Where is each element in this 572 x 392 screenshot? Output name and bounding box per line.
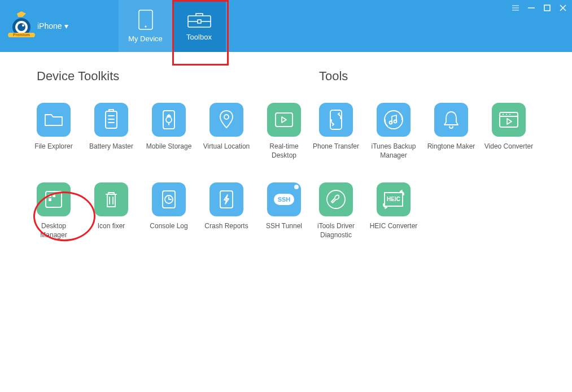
- tab-toolbox[interactable]: Toolbox: [172, 0, 226, 52]
- tile-label: Console Log: [150, 222, 187, 231]
- tile-label: Video Converter: [483, 142, 534, 151]
- svg-point-44: [506, 114, 507, 115]
- clock-doc-icon: [152, 182, 186, 216]
- svg-rect-37: [330, 110, 342, 129]
- svg-rect-18: [109, 110, 113, 111]
- svg-text:SSH: SSH: [278, 196, 291, 203]
- svg-point-45: [509, 114, 510, 115]
- device-name: iPhone: [37, 21, 62, 31]
- svg-rect-14: [544, 5, 550, 11]
- toolbox-icon: [187, 11, 212, 28]
- device-selector[interactable]: iPhone ▾: [37, 21, 68, 31]
- tile-label: Virtual Location: [203, 142, 250, 151]
- tile-label: iTunes Backup Manager: [368, 142, 419, 160]
- trash-icon: [94, 182, 128, 216]
- svg-rect-25: [276, 113, 292, 127]
- tile-label: Ringtone Maker: [427, 142, 475, 151]
- music-sync-icon: [377, 103, 411, 137]
- svg-rect-17: [106, 111, 117, 128]
- heic-icon: HEIC: [377, 182, 411, 216]
- svg-rect-9: [198, 20, 201, 23]
- maximize-icon[interactable]: [543, 3, 552, 12]
- section-device-toolkits: Device Toolkits File ExplorerBattery Mas…: [0, 69, 313, 239]
- battery-icon: [94, 103, 128, 137]
- svg-point-3: [22, 24, 24, 27]
- tile-console-log[interactable]: Console Log: [152, 182, 186, 239]
- svg-rect-27: [49, 194, 51, 197]
- tab-my-device[interactable]: My Device: [119, 0, 172, 52]
- tile-label: Real-time Desktop: [259, 142, 309, 160]
- tile-label: iTools Driver Diagnostic: [311, 222, 361, 239]
- tile-battery-master[interactable]: Battery Master: [94, 103, 128, 160]
- tile-real-time-desktop[interactable]: Real-time Desktop: [267, 103, 301, 160]
- toolkits-grid: File ExplorerBattery MasterMobile Storag…: [37, 103, 313, 239]
- logo-area: Premium iPhone ▾: [0, 0, 85, 52]
- tile-mobile-storage[interactable]: Mobile Storage: [152, 103, 186, 160]
- tile-heic-converter[interactable]: HEICHEIC Converter: [377, 182, 411, 239]
- svg-rect-22: [163, 111, 174, 129]
- tile-ssh-tunnel[interactable]: SSHSSH Tunnel: [267, 182, 301, 239]
- tile-ringtone-maker[interactable]: Ringtone Maker: [434, 103, 468, 160]
- tab-label: Toolbox: [186, 33, 212, 41]
- svg-text:Premium: Premium: [13, 33, 30, 37]
- wrench-icon: [319, 182, 353, 216]
- ssh-icon: SSH: [267, 182, 301, 216]
- tile-label: Mobile Storage: [146, 142, 192, 151]
- tile-file-explorer[interactable]: File Explorer: [37, 103, 71, 160]
- svg-rect-34: [220, 191, 233, 208]
- tile-label: HEIC Converter: [370, 222, 418, 231]
- play-rect-icon: [267, 103, 301, 137]
- bolt-doc-icon: [209, 182, 243, 216]
- section-tools: Tools Phone TransferiTunes Backup Manage…: [313, 69, 572, 239]
- svg-rect-26: [46, 191, 62, 207]
- tile-label: Phone Transfer: [313, 142, 359, 151]
- svg-point-24: [224, 115, 229, 119]
- svg-text:HEIC: HEIC: [387, 196, 400, 202]
- tile-label: Desktop Manager: [28, 222, 79, 239]
- tile-crash-reports[interactable]: Crash Reports: [209, 182, 243, 239]
- tile-video-converter[interactable]: Video Converter: [492, 103, 526, 160]
- svg-point-40: [394, 120, 397, 123]
- svg-rect-28: [53, 194, 55, 197]
- tile-itools-driver-diagnostic[interactable]: iTools Driver Diagnostic: [319, 182, 353, 239]
- window-controls: [511, 3, 567, 12]
- tablet-icon: [138, 10, 153, 30]
- tile-label: Crash Reports: [204, 222, 248, 231]
- phone-sync-icon: [319, 103, 353, 137]
- tile-label: SSH Tunnel: [266, 222, 302, 231]
- header-bar: Premium iPhone ▾ My Device Toolbox: [0, 0, 572, 52]
- location-icon: [209, 103, 243, 137]
- nav-tabs: My Device Toolbox: [119, 0, 226, 52]
- tile-label: Battery Master: [89, 142, 133, 151]
- tile-virtual-location[interactable]: Virtual Location: [209, 103, 243, 160]
- tile-desktop-manager[interactable]: Desktop Manager: [37, 182, 71, 239]
- close-icon[interactable]: [558, 3, 567, 12]
- grid-icon: [37, 182, 71, 216]
- svg-point-43: [503, 114, 504, 115]
- bell-icon: [434, 103, 468, 137]
- menu-icon[interactable]: [511, 3, 520, 12]
- svg-point-39: [390, 121, 392, 124]
- tile-label: File Explorer: [28, 142, 79, 151]
- section-title: Device Toolkits: [37, 69, 313, 84]
- content-area: Device Toolkits File ExplorerBattery Mas…: [0, 52, 572, 239]
- usb-icon: [152, 103, 186, 137]
- tile-phone-transfer[interactable]: Phone Transfer: [319, 103, 353, 160]
- svg-point-23: [166, 117, 172, 123]
- chevron-down-icon: ▾: [64, 21, 68, 31]
- tools-grid: Phone TransferiTunes Backup ManagerRingt…: [319, 103, 572, 239]
- svg-point-2: [18, 23, 25, 31]
- svg-point-6: [145, 25, 146, 27]
- app-logo: Premium: [6, 10, 37, 42]
- tile-label: Icon fixer: [98, 222, 125, 231]
- folder-icon: [37, 103, 71, 137]
- video-play-icon: [492, 103, 526, 137]
- minimize-icon[interactable]: [527, 3, 536, 12]
- tab-label: My Device: [128, 34, 163, 43]
- svg-rect-29: [49, 198, 51, 201]
- section-title: Tools: [319, 69, 572, 84]
- tile-icon-fixer[interactable]: Icon fixer: [94, 182, 128, 239]
- tile-itunes-backup-manager[interactable]: iTunes Backup Manager: [377, 103, 411, 160]
